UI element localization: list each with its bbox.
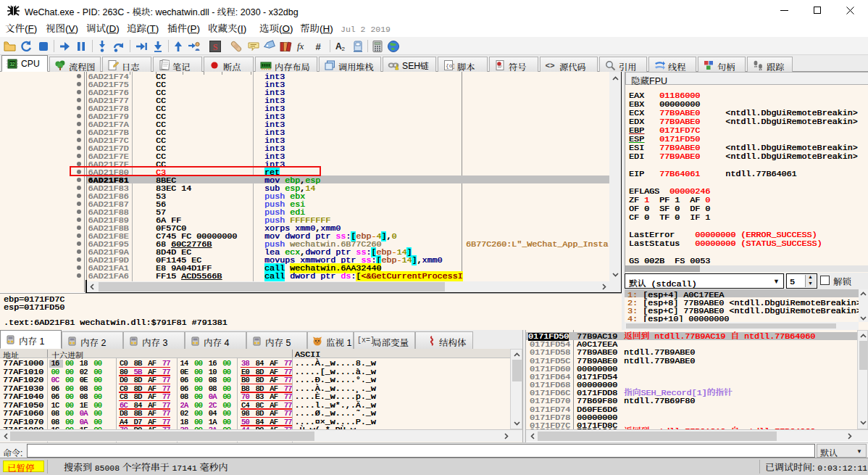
svg-text:S: S [213, 42, 218, 52]
svg-text:32: 32 [9, 62, 15, 67]
svg-text:2: 2 [342, 46, 346, 52]
svg-text:<>: <> [546, 62, 556, 70]
svg-text:{o}: {o} [446, 62, 454, 69]
svg-text:fx: fx [297, 41, 304, 51]
svg-text:#: # [315, 41, 321, 52]
